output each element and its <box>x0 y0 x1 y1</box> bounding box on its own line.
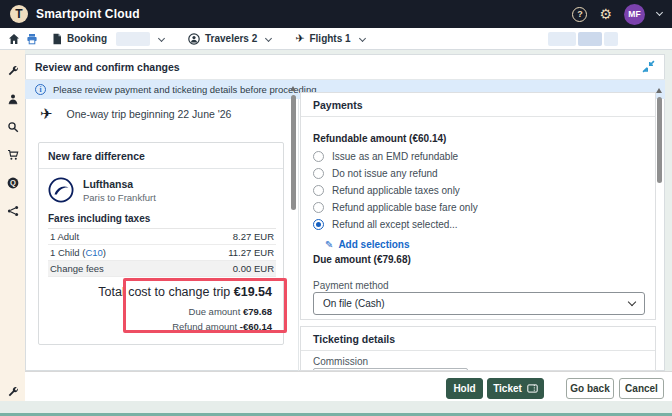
booking-chevron-down-icon <box>158 35 165 42</box>
commission-label: Commission <box>313 356 368 367</box>
fares-heading: Fares including taxes <box>48 213 150 224</box>
travelers-label: Travelers 2 <box>205 33 257 44</box>
table-row-adult: 1 Adult 8.27 EUR <box>48 229 276 245</box>
ticketing-details-card: Ticketing details Commission <box>300 326 656 371</box>
due-amount-heading: Due amount (€79.68) <box>313 254 411 265</box>
hold-button[interactable]: Hold <box>446 378 483 399</box>
scroll-up-arrow[interactable] <box>290 86 296 91</box>
cancel-button[interactable]: Cancel <box>619 378 664 399</box>
trip-summary-row: ✈ One-way trip beginning 22 June '26 <box>40 105 231 123</box>
fare-card-title: New fare difference <box>39 143 283 169</box>
plane-icon: ✈ <box>295 32 304 45</box>
flights-label: Flights 1 <box>309 33 350 44</box>
radio-option-refund-all-except[interactable]: Refund all except selected... <box>313 219 458 230</box>
table-row-fees: Change fees 0.00 EUR <box>48 261 276 277</box>
fare-difference-card: New fare difference Lufthansa Paris to F… <box>38 142 284 345</box>
scroll-up-arrow[interactable] <box>656 88 662 93</box>
booking-tab[interactable]: Booking <box>52 32 168 46</box>
help-icon[interactable]: ? <box>572 7 587 22</box>
queue-icon[interactable]: Q <box>6 176 19 189</box>
radio-icon[interactable] <box>313 168 324 179</box>
scrollbar-thumb[interactable] <box>657 97 662 183</box>
settings-wrench-icon[interactable] <box>6 385 19 398</box>
collapse-icon[interactable] <box>642 60 655 73</box>
document-icon <box>52 33 62 45</box>
fare-value: 11.27 EUR <box>228 247 274 258</box>
toolbar: Booking Travelers 2 ✈ Flights 1 <box>0 28 672 50</box>
table-row-child: 1 Child (C10) 11.27 EUR <box>48 245 276 261</box>
fare-label: 1 Adult <box>50 231 79 242</box>
airline-name: Lufthansa <box>83 178 156 190</box>
radio-option-no-refund[interactable]: Do not issue any refund <box>313 168 438 179</box>
go-back-button[interactable]: Go back <box>566 378 614 399</box>
tool-sidebar: Q <box>0 50 25 416</box>
payment-method-value: On file (Cash) <box>323 298 385 309</box>
printer-icon <box>26 33 38 45</box>
trip-summary: One-way trip beginning 22 June '26 <box>67 108 232 120</box>
radio-option-base-fare-only[interactable]: Refund applicable base fare only <box>313 202 478 213</box>
scrollbar-thumb[interactable] <box>291 95 296 210</box>
account-chevron-down-icon[interactable] <box>656 9 663 16</box>
app-title: Smartpoint Cloud <box>36 7 140 21</box>
refund-amount-value: -€60.14 <box>240 321 272 332</box>
redacted-block <box>578 32 602 46</box>
payment-method-select[interactable]: On file (Cash) <box>313 292 645 315</box>
flights-tab[interactable]: ✈ Flights 1 <box>295 32 368 45</box>
ticketing-title: Ticketing details <box>301 327 655 351</box>
gear-icon[interactable]: ⚙ <box>599 7 612 21</box>
total-cost-value: €19.54 <box>234 285 272 299</box>
footer-action-bar: Hold Ticket Go back Cancel <box>25 371 672 401</box>
radio-icon[interactable] <box>313 151 324 162</box>
child-fare-code-link[interactable]: C10 <box>85 247 102 258</box>
radio-icon[interactable] <box>313 185 324 196</box>
traveler-icon[interactable] <box>6 92 19 105</box>
fare-value: 8.27 EUR <box>233 231 274 242</box>
avatar[interactable]: MF <box>624 4 645 25</box>
radio-selected-icon[interactable] <box>313 219 324 230</box>
fare-value: 0.00 EUR <box>233 263 274 274</box>
page-title: Review and confirm changes <box>35 61 180 73</box>
tools-icon[interactable] <box>6 64 19 77</box>
redacted-block <box>604 32 618 46</box>
svg-text:Q: Q <box>10 178 16 187</box>
column-divider <box>298 99 299 371</box>
airline-row: Lufthansa Paris to Frankfurt <box>48 177 156 203</box>
cart-icon[interactable] <box>6 148 19 161</box>
flights-chevron-down-icon <box>359 35 366 42</box>
left-panel-scrollbar[interactable] <box>290 86 297 382</box>
radio-icon[interactable] <box>313 202 324 213</box>
share-icon[interactable] <box>6 204 19 217</box>
add-selections-link[interactable]: ✎ Add selections <box>325 239 410 250</box>
app-header: T Smartpoint Cloud ? ⚙ MF <box>0 0 672 28</box>
banner-message: Please review payment and ticketing deta… <box>53 84 317 95</box>
fare-label: 1 Child (C10) <box>50 247 106 258</box>
redacted-record-locator <box>116 32 150 46</box>
print-button[interactable] <box>26 33 38 45</box>
payments-title: Payments <box>301 93 655 117</box>
fare-label: Change fees <box>50 263 104 274</box>
ticket-button[interactable]: Ticket <box>487 378 544 399</box>
travelport-logo-icon: T <box>10 5 28 23</box>
select-chevron-down-icon <box>628 298 636 306</box>
due-amount-value: €79.68 <box>243 306 272 317</box>
totals-block: Total cost to change trip €19.54 Due amo… <box>98 285 272 336</box>
panel-title-row: Review and confirm changes <box>25 54 665 80</box>
radio-option-taxes-only[interactable]: Refund applicable taxes only <box>313 185 460 196</box>
smartpoint-cloud-window: T Smartpoint Cloud ? ⚙ MF Booking Travel… <box>0 0 672 416</box>
radio-option-emd-refundable[interactable]: Issue as an EMD refundable <box>313 151 458 162</box>
refund-amount-line: Refund amount -€60.14 <box>98 321 272 332</box>
pencil-icon: ✎ <box>325 239 333 250</box>
info-icon: i <box>35 84 46 95</box>
booking-label: Booking <box>67 33 107 44</box>
traveler-circle-icon <box>188 33 200 45</box>
right-panel-scrollbar[interactable] <box>656 88 663 378</box>
payment-method-label: Payment method <box>313 280 389 291</box>
home-button[interactable] <box>8 33 20 45</box>
travelers-tab[interactable]: Travelers 2 <box>188 33 275 45</box>
search-icon[interactable] <box>6 120 19 133</box>
ticket-icon <box>527 384 538 393</box>
travelers-chevron-down-icon <box>265 35 272 42</box>
total-cost-line: Total cost to change trip €19.54 <box>98 285 272 299</box>
redacted-block <box>548 32 576 46</box>
lufthansa-logo-icon <box>48 177 74 203</box>
